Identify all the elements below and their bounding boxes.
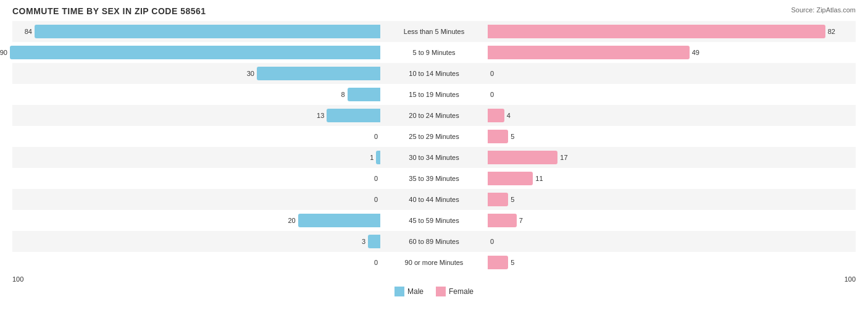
bar-left-side: 0 (12, 168, 383, 189)
bar-label: 35 to 39 Minutes (383, 175, 485, 182)
bar-right-side: 0 (485, 84, 856, 105)
bar-row: 090 or more Minutes5 (12, 252, 856, 273)
bar-male (257, 67, 380, 80)
bar-right-side: 82 (485, 21, 856, 42)
bar-row: 1320 to 24 Minutes4 (12, 105, 856, 126)
bar-right-side: 7 (485, 210, 856, 231)
bar-male (368, 235, 380, 248)
bar-female (488, 193, 508, 206)
bar-right-side: 5 (485, 252, 856, 273)
female-value: 49 (692, 49, 699, 56)
bar-label: 90 or more Minutes (383, 259, 485, 266)
bar-male (10, 46, 380, 59)
bar-row: 360 to 89 Minutes0 (12, 231, 856, 252)
legend-male: Male (394, 287, 424, 296)
female-value: 4 (507, 112, 511, 119)
legend-male-box (394, 287, 404, 296)
bar-left-side: 20 (12, 210, 383, 231)
bar-left-side: 8 (12, 84, 383, 105)
chart-container: COMMUTE TIME BY SEX IN ZIP CODE 58561 So… (0, 0, 868, 323)
female-value: 5 (511, 259, 514, 266)
bar-label: 30 to 34 Minutes (383, 154, 485, 161)
female-value: 0 (490, 70, 494, 77)
male-value: 0 (374, 175, 378, 182)
bar-right-side: 11 (485, 168, 856, 189)
source-label: Source: ZipAtlas.com (791, 6, 856, 14)
bar-left-side: 0 (12, 126, 383, 147)
female-value: 7 (519, 217, 523, 224)
bar-right-side: 49 (485, 42, 856, 63)
bar-row: 84Less than 5 Minutes82 (12, 21, 856, 42)
bar-label: 5 to 9 Minutes (383, 49, 485, 56)
axis-right: 100 (484, 275, 856, 283)
female-value: 11 (535, 175, 543, 182)
bar-row: 905 to 9 Minutes49 (12, 42, 856, 63)
rows-area: 84Less than 5 Minutes82905 to 9 Minutes4… (12, 21, 856, 273)
bar-left-side: 90 (12, 42, 383, 63)
bar-label: 20 to 24 Minutes (383, 112, 485, 119)
male-value: 0 (374, 259, 378, 266)
bar-row: 130 to 34 Minutes17 (12, 147, 856, 168)
bar-male (327, 109, 380, 122)
bar-male (348, 88, 380, 101)
bar-female (488, 256, 508, 269)
bar-left-side: 13 (12, 105, 383, 126)
axis-right-label: 100 (845, 275, 856, 283)
bar-female (488, 109, 504, 122)
bar-row: 035 to 39 Minutes11 (12, 168, 856, 189)
bar-female (488, 172, 533, 185)
bar-female (488, 130, 508, 143)
bar-female (488, 214, 517, 227)
bar-female (488, 151, 557, 164)
male-value: 8 (341, 91, 345, 98)
bar-label: 25 to 29 Minutes (383, 133, 485, 140)
bar-row: 040 to 44 Minutes5 (12, 189, 856, 210)
female-value: 0 (490, 238, 494, 245)
bar-left-side: 30 (12, 63, 383, 84)
bar-male (35, 25, 380, 38)
bar-male (376, 151, 380, 164)
female-value: 5 (511, 133, 514, 140)
bar-row: 3010 to 14 Minutes0 (12, 63, 856, 84)
chart-title: COMMUTE TIME BY SEX IN ZIP CODE 58561 (12, 6, 856, 16)
bar-row: 025 to 29 Minutes5 (12, 126, 856, 147)
legend-male-label: Male (407, 287, 424, 296)
bar-label: 60 to 89 Minutes (383, 238, 485, 245)
female-value: 17 (560, 154, 567, 161)
male-value: 1 (370, 154, 373, 161)
axis-row: 100 100 (12, 275, 856, 283)
bar-left-side: 0 (12, 252, 383, 273)
male-value: 0 (374, 196, 378, 203)
bar-row: 815 to 19 Minutes0 (12, 84, 856, 105)
bar-left-side: 84 (12, 21, 383, 42)
male-value: 20 (288, 217, 295, 224)
male-value: 84 (25, 28, 32, 35)
bar-right-side: 5 (485, 126, 856, 147)
bar-right-side: 0 (485, 63, 856, 84)
bar-female (488, 25, 825, 38)
bar-right-side: 5 (485, 189, 856, 210)
male-value: 13 (317, 112, 324, 119)
legend: Male Female (12, 287, 856, 296)
bar-label: Less than 5 Minutes (383, 28, 485, 35)
legend-female-label: Female (449, 287, 474, 296)
axis-left: 100 (12, 275, 384, 283)
bar-right-side: 4 (485, 105, 856, 126)
bar-right-side: 17 (485, 147, 856, 168)
male-value: 3 (362, 238, 365, 245)
bar-left-side: 1 (12, 147, 383, 168)
bar-label: 45 to 59 Minutes (383, 217, 485, 224)
legend-female-box (436, 287, 446, 296)
bar-male (298, 214, 380, 227)
bar-left-side: 3 (12, 231, 383, 252)
bar-row: 2045 to 59 Minutes7 (12, 210, 856, 231)
male-value: 0 (374, 133, 378, 140)
bar-left-side: 0 (12, 189, 383, 210)
legend-female: Female (436, 287, 474, 296)
female-value: 0 (490, 91, 494, 98)
axis-left-label: 100 (12, 275, 23, 283)
female-value: 5 (511, 196, 514, 203)
bar-label: 40 to 44 Minutes (383, 196, 485, 203)
male-value: 90 (0, 49, 7, 56)
bar-label: 10 to 14 Minutes (383, 70, 485, 77)
